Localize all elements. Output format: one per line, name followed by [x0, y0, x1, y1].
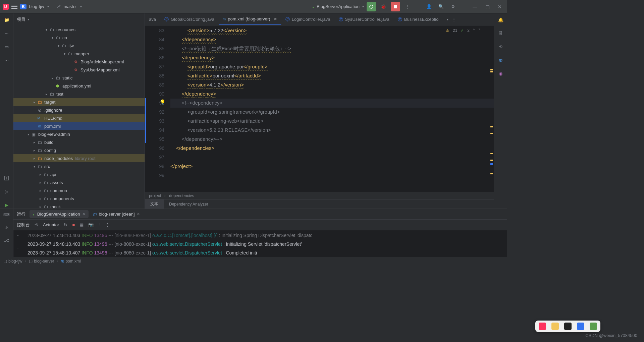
- layout-icon[interactable]: ▦: [79, 222, 84, 227]
- editor-tab[interactable]: ⒸSysUserController.java: [335, 13, 394, 25]
- check-icon: ✓: [461, 28, 464, 33]
- rerun-icon[interactable]: ↻: [64, 222, 67, 227]
- breadcrumb[interactable]: project › dependencies: [145, 192, 494, 199]
- tree-item[interactable]: ⚙SysUserMapper.xml: [13, 66, 145, 74]
- user-icon[interactable]: 👤: [424, 2, 434, 11]
- tree-item[interactable]: ⚙BlogArticleMapper.xml: [13, 58, 145, 66]
- maven-icon[interactable]: m: [497, 56, 504, 64]
- project-tree[interactable]: ▾🗀resources▾🗀cn▾🗀tjw▾🗀mapper⚙BlogArticle…: [13, 25, 145, 209]
- status-crumb[interactable]: m pom.xml: [61, 259, 80, 264]
- warning-count: 21: [453, 28, 457, 33]
- run-tool-icon[interactable]: ▶: [3, 201, 10, 209]
- sidebar-header[interactable]: 项目 ▾: [13, 13, 145, 25]
- tree-item[interactable]: ▸🗀components: [13, 194, 145, 203]
- editor-tab[interactable]: mpom.xml (blog-server)✕: [219, 13, 281, 25]
- tree-item[interactable]: ▾🗀src: [13, 162, 145, 170]
- tree-item[interactable]: ⬢application.yml: [13, 82, 145, 90]
- app-logo[interactable]: IJ: [3, 4, 9, 10]
- tree-item[interactable]: ▾🗀tjw: [13, 42, 145, 50]
- camera-icon[interactable]: 📷: [88, 222, 94, 227]
- tree-item[interactable]: ▸🗀common: [13, 186, 145, 194]
- project-name[interactable]: blog-tjw: [29, 4, 44, 9]
- tree-item[interactable]: ▸🗀mock: [13, 203, 145, 209]
- editor-tab[interactable]: ⒸLoginController.java: [281, 13, 335, 25]
- bookmarks-icon[interactable]: 🅃: [3, 174, 10, 182]
- tree-item[interactable]: ▸🗀static: [13, 74, 145, 82]
- search-icon[interactable]: 🔍: [436, 2, 446, 11]
- chevron-down-icon[interactable]: ▾: [47, 5, 49, 8]
- tree-item[interactable]: ▾▣blog-view-admin: [13, 130, 145, 138]
- maximize-icon[interactable]: ▢: [483, 4, 492, 9]
- inspections-widget[interactable]: ⚠ 21 ✓ 2 ˄ ˅: [446, 28, 480, 33]
- down-icon[interactable]: ˅: [478, 28, 480, 33]
- more-tool-icon[interactable]: ⋯: [3, 56, 10, 64]
- tree-item[interactable]: ▸🗀node_moduleslibrary root: [13, 154, 145, 162]
- project-tool-icon[interactable]: 📁: [3, 16, 10, 23]
- close-icon[interactable]: ✕: [137, 212, 140, 216]
- git-icon[interactable]: ⎇: [3, 236, 10, 244]
- down-icon[interactable]: ↓: [17, 242, 19, 251]
- tree-item[interactable]: ▸🗀assets: [13, 178, 145, 186]
- statusbar: ▢ blog-tjw › ▢ blog-server › m pom.xml: [0, 257, 507, 265]
- run-button[interactable]: [367, 2, 376, 11]
- code-area[interactable]: <version>5.7.22</version> </dependency> …: [170, 25, 494, 192]
- warning-icon: ⚠: [446, 28, 449, 33]
- stop-icon[interactable]: ■: [72, 222, 75, 227]
- editor-tab[interactable]: ⒸBusinessExceptio: [394, 13, 443, 25]
- tree-item[interactable]: M↓HELP.md: [13, 114, 145, 122]
- filter-icon[interactable]: ⫶: [98, 222, 101, 227]
- run-tab-clean[interactable]: mblog-server [clean] ✕: [90, 210, 143, 218]
- editor-sub-tabs: 文本 Dependency Analyzer: [145, 199, 494, 209]
- editor-tab[interactable]: ava: [145, 13, 160, 25]
- tree-item[interactable]: ▸🗀api: [13, 170, 145, 178]
- close-icon[interactable]: ✕: [82, 212, 85, 216]
- minimize-icon[interactable]: —: [470, 4, 480, 9]
- up-icon[interactable]: ↑: [17, 232, 19, 240]
- tree-item[interactable]: mpom.xml: [13, 122, 145, 130]
- stop-button[interactable]: [391, 2, 400, 11]
- gradle-icon[interactable]: ⟲: [497, 43, 504, 50]
- status-crumb[interactable]: ▢ blog-server: [29, 259, 54, 264]
- close-icon[interactable]: ✕: [495, 4, 504, 9]
- console-output[interactable]: ↑ ↓ 2023-09-27 15:48:10.403 INFO 13496 -…: [13, 230, 507, 257]
- run-tab-app[interactable]: BlogServerApplication ✕: [30, 210, 89, 218]
- tree-item[interactable]: ⊘.gitignore: [13, 106, 145, 114]
- editor[interactable]: 8384858687888990919293949596979899 <vers…: [145, 25, 494, 192]
- up-icon[interactable]: ˄: [473, 28, 475, 33]
- status-crumb[interactable]: ▢ blog-tjw: [3, 259, 22, 264]
- ai-icon[interactable]: ◉: [497, 70, 504, 77]
- notifications-icon[interactable]: 🔔: [497, 16, 504, 23]
- console-toolbar: 控制台 ⟲ Actuator ↻ ■ ▦ 📷 ⫶ ⋮: [13, 220, 507, 230]
- tabs-more[interactable]: ▾ ⋮: [443, 13, 460, 25]
- editor-tab[interactable]: ⒸGlobalCorsConfig.java: [160, 13, 219, 25]
- crumb[interactable]: dependencies: [169, 193, 194, 198]
- tree-item[interactable]: ▸🗀build: [13, 138, 145, 146]
- problems-icon[interactable]: ⚠: [3, 224, 10, 231]
- console-label[interactable]: 控制台: [17, 222, 30, 228]
- build-icon[interactable]: ▷: [3, 188, 10, 195]
- tree-item[interactable]: ▸🗀config: [13, 146, 145, 154]
- sub-tab-dep-analyzer[interactable]: Dependency Analyzer: [164, 199, 214, 209]
- tree-item[interactable]: ▸🗀target: [13, 98, 145, 106]
- run-configuration[interactable]: BlogServerApplication ▾: [312, 4, 364, 9]
- debug-button[interactable]: 🐞: [379, 2, 388, 11]
- sub-tab-text[interactable]: 文本: [145, 199, 164, 209]
- tree-item[interactable]: ▾🗀cn: [13, 34, 145, 42]
- error-stripe[interactable]: [490, 25, 494, 192]
- branch-name[interactable]: master: [63, 4, 77, 9]
- tree-item[interactable]: ▾🗀mapper: [13, 50, 145, 58]
- more-icon[interactable]: ⋮: [403, 2, 412, 11]
- chevron-down-icon[interactable]: ▾: [80, 5, 82, 8]
- settings-icon[interactable]: ⚙: [448, 2, 458, 11]
- main-menu-icon[interactable]: [11, 5, 17, 9]
- structure-tool-icon[interactable]: ▭: [3, 43, 10, 50]
- terminal-icon[interactable]: ⌨: [3, 211, 10, 218]
- commit-tool-icon[interactable]: ⊸: [3, 30, 10, 37]
- close-icon[interactable]: ✕: [274, 17, 277, 21]
- actuator-label[interactable]: Actuator: [43, 222, 59, 227]
- database-icon[interactable]: 🗄: [497, 30, 504, 37]
- tree-item[interactable]: ▸🗀test: [13, 90, 145, 98]
- crumb[interactable]: project: [149, 193, 161, 198]
- more-icon[interactable]: ⋮: [105, 222, 110, 227]
- tree-item[interactable]: ▾🗀resources: [13, 25, 145, 34]
